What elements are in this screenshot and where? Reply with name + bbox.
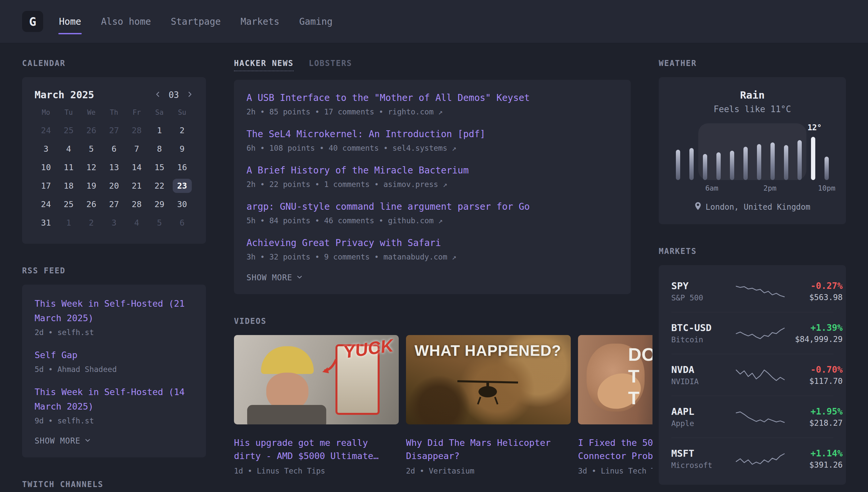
- news-item: A Brief History of the Miracle Bacterium…: [246, 164, 618, 189]
- weather-time-labels: 6am2pm10pm: [671, 184, 834, 194]
- weather-location-text: London, United Kingdom: [706, 202, 810, 212]
- market-values: +1.39% $84,999.29: [785, 322, 843, 344]
- calendar-day: 20: [103, 176, 126, 195]
- weather-bar: [725, 123, 739, 180]
- calendar-day: 14: [125, 158, 148, 176]
- news-show-more-button[interactable]: SHOW MORE: [246, 273, 618, 282]
- left-column: CALENDAR March 2025 03: [22, 59, 206, 492]
- hacker-news-widget: A USB Interface to the "Mother of All De…: [234, 80, 631, 294]
- news-title[interactable]: A USB Interface to the "Mother of All De…: [246, 92, 618, 104]
- video-meta: 2d • Veritasium: [406, 467, 571, 475]
- calendar-day: 30: [171, 195, 193, 213]
- calendar-day: 27: [103, 195, 126, 213]
- market-change: -0.70%: [785, 364, 843, 375]
- market-name: Apple: [671, 419, 736, 428]
- chevron-down-icon: [296, 273, 303, 282]
- market-row[interactable]: MSFT Microsoft +1.14% $391.26: [671, 438, 834, 479]
- news-meta: 3h • 32 points • 9 comments • matanabudy…: [246, 253, 618, 261]
- calendar-day: 17: [34, 176, 57, 195]
- rss-item-title[interactable]: Self Gap: [34, 348, 193, 362]
- news-meta: 6h • 108 points • 40 comments • sel4.sys…: [246, 144, 618, 152]
- news-meta: 2h • 22 points • 1 comments • asimov.pre…: [246, 180, 618, 189]
- video-thumbnail[interactable]: YUCK: [234, 335, 399, 424]
- rss-item-title[interactable]: This Week in Self-Hosted (21 March 2025): [34, 296, 193, 325]
- calendar-day: 18: [57, 176, 80, 195]
- weather-bar: [712, 123, 725, 180]
- calendar-day: 21: [125, 176, 148, 195]
- rss-show-more-button[interactable]: SHOW MORE: [34, 436, 193, 445]
- news-meta: 5h • 84 points • 46 comments • github.co…: [246, 216, 618, 225]
- nav-item-home[interactable]: Home: [58, 9, 82, 34]
- calendar-day: 3: [34, 140, 57, 158]
- market-sparkline: [736, 367, 785, 383]
- nav-item-markets[interactable]: Markets: [240, 9, 280, 34]
- red-arrow-graphic: [319, 358, 339, 376]
- market-symbol: MSFT: [671, 448, 736, 459]
- market-row[interactable]: BTC-USD Bitcoin +1.39% $84,999.29: [671, 312, 834, 354]
- rss-item-meta: 2d • selfh.st: [34, 328, 193, 337]
- calendar-day: 1: [148, 121, 171, 140]
- weather-bar: [779, 123, 793, 180]
- calendar-day: 19: [80, 176, 103, 195]
- nav-item-also-home[interactable]: Also home: [100, 9, 152, 34]
- thumbnail-overlay-text: YUCK: [342, 335, 394, 362]
- chevron-down-icon: [84, 436, 91, 445]
- videos-section-title: VIDEOS: [234, 317, 631, 326]
- market-info: NVDA NVIDIA: [671, 364, 736, 386]
- rss-item-title[interactable]: This Week in Self-Hosted (14 March 2025): [34, 385, 193, 414]
- market-row[interactable]: AAPL Apple +1.95% $218.27: [671, 396, 834, 438]
- market-sparkline: [736, 284, 785, 299]
- video-thumbnail[interactable]: DO T T: [578, 335, 653, 424]
- market-symbol: NVDA: [671, 364, 736, 375]
- market-symbol: SPY: [671, 280, 736, 292]
- video-thumbnail[interactable]: WHAT HAPPENED?: [406, 335, 571, 424]
- market-info: BTC-USD Bitcoin: [671, 322, 736, 344]
- calendar-day: 13: [103, 158, 126, 176]
- weekday-label: Su: [171, 106, 193, 118]
- calendar-day: 7: [125, 140, 148, 158]
- current-temp-label: 12°: [807, 123, 821, 132]
- market-row[interactable]: NVDA NVIDIA -0.70% $117.70: [671, 354, 834, 396]
- calendar-day: 24: [34, 195, 57, 213]
- weather-feels-like: Feels like 11°C: [671, 104, 834, 114]
- video-card: YUCK His upgrade got me really dirty - A…: [234, 335, 399, 475]
- time-label: 10pm: [818, 184, 835, 192]
- video-meta: 1d • Linus Tech Tips: [234, 467, 399, 475]
- calendar-day: 25: [57, 195, 80, 213]
- calendar-day: 22: [148, 176, 171, 195]
- nav-item-gaming[interactable]: Gaming: [298, 9, 333, 34]
- video-title[interactable]: Why Did The Mars Helicopter Disappear?: [406, 436, 571, 463]
- calendar-next-button[interactable]: [186, 91, 193, 99]
- chevron-right-icon: [186, 91, 193, 99]
- thumbnail-overlay-text: DO T T: [628, 344, 653, 409]
- market-name: Bitcoin: [671, 335, 736, 344]
- market-row[interactable]: SPY S&P 500 -0.27% $563.98: [671, 270, 834, 312]
- weather-bars: 12°: [671, 123, 834, 180]
- weekday-label: Th: [103, 106, 126, 118]
- market-name: Microsoft: [671, 461, 736, 470]
- weather-bar: [739, 123, 752, 180]
- market-values: +1.14% $391.26: [785, 448, 843, 470]
- app-logo[interactable]: G: [22, 11, 43, 32]
- market-price: $563.98: [785, 293, 843, 302]
- weather-bar: [793, 123, 806, 180]
- video-card: WHAT HAPPENED? Why Did The Mars Helicopt…: [406, 335, 571, 475]
- video-title[interactable]: I Fixed the 5090 Melting Power Connector…: [578, 436, 653, 463]
- rss-item: This Week in Self-Hosted (14 March 2025)…: [34, 385, 193, 425]
- news-title[interactable]: The SeL4 Microkernel: An Introduction [p…: [246, 128, 618, 141]
- calendar-prev-button[interactable]: [154, 91, 161, 99]
- news-title[interactable]: argp: GNU-style command line argument pa…: [246, 200, 618, 213]
- weather-bar: [698, 123, 712, 180]
- rss-widget: This Week in Self-Hosted (21 March 2025)…: [22, 285, 206, 458]
- calendar-header: March 2025 03: [34, 89, 193, 101]
- calendar-widget: March 2025 03 MoTuWeThFrSaSu: [22, 77, 206, 244]
- weather-bar: 12°: [806, 123, 820, 180]
- video-meta: 3d • Linus Tech Tips: [578, 467, 653, 475]
- calendar-day: 16: [171, 158, 193, 176]
- video-title[interactable]: His upgrade got me really dirty - AMD $5…: [234, 436, 399, 463]
- tab-lobsters[interactable]: LOBSTERS: [309, 59, 352, 68]
- tab-hacker-news[interactable]: HACKER NEWS: [234, 59, 294, 71]
- news-title[interactable]: A Brief History of the Miracle Bacterium: [246, 164, 618, 177]
- nav-item-startpage[interactable]: Startpage: [170, 9, 221, 34]
- news-title[interactable]: Achieving Great Privacy with Safari: [246, 237, 618, 249]
